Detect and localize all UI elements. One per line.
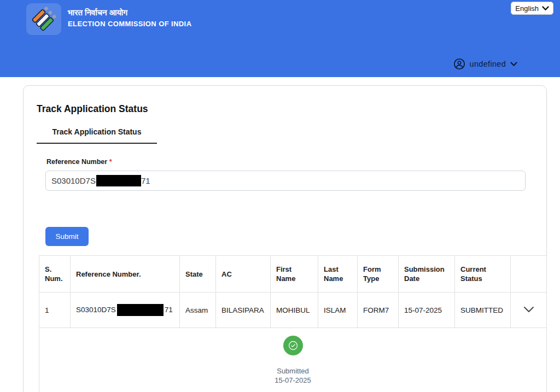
chevron-down-icon: [542, 6, 549, 11]
page-title: Track Application Status: [37, 103, 533, 115]
brand-text: भारत निर्वाचन आयोग ELECTION COMMISSION O…: [68, 3, 191, 30]
status-step-date: 15-07-2025: [45, 376, 541, 385]
brand: भारत निर्वाचन आयोग ELECTION COMMISSION O…: [26, 3, 191, 35]
cell-ac: BILASIPARA: [216, 292, 271, 328]
language-selector[interactable]: English: [511, 2, 553, 15]
reference-value-suffix: 71: [141, 176, 150, 185]
redaction-box: [96, 175, 141, 186]
column-header-state: State: [180, 256, 216, 292]
track-status-card: Track Application Status Track Applicati…: [23, 85, 547, 392]
status-step-label: Submitted 15-07-2025: [45, 366, 541, 385]
user-menu[interactable]: undefined: [453, 58, 517, 70]
required-asterisk: *: [109, 158, 112, 166]
expanded-status-row: Submitted 15-07-2025: [39, 328, 547, 392]
cell-state: Assam: [180, 292, 216, 328]
column-header-current-status: Current Status: [455, 256, 511, 292]
application-status-table: S. Num. Reference Number. State AC First…: [39, 255, 547, 392]
reference-value-prefix: S03010D7S: [51, 176, 96, 185]
brand-title-hindi: भारत निर्वाचन आयोग: [68, 7, 191, 19]
check-circle-icon: [283, 336, 303, 355]
table-row: 1 S03010D7S71 Assam BILASIPARA MOHIBUL I…: [39, 292, 547, 328]
cell-submission-date: 15-07-2025: [399, 292, 455, 328]
submit-button[interactable]: Submit: [45, 227, 89, 246]
brand-title-english: ELECTION COMMISSION OF INDIA: [68, 19, 191, 30]
column-header-last-name: Last Name: [318, 256, 358, 292]
eci-logo-icon: [26, 3, 61, 35]
language-selector-label: English: [515, 4, 539, 13]
column-header-ac: AC: [216, 256, 271, 292]
cell-form-type: FORM7: [358, 292, 399, 328]
cell-reference-number: S03010D7S71: [71, 292, 180, 328]
chevron-down-icon: [523, 306, 534, 313]
column-header-first-name: First Name: [271, 256, 318, 292]
redaction-box: [117, 304, 164, 316]
status-timeline: Submitted 15-07-2025: [39, 328, 547, 392]
tabs: Track Application Status: [37, 127, 533, 144]
cell-last-name: ISLAM: [318, 292, 358, 328]
tab-track-application-status[interactable]: Track Application Status: [37, 127, 157, 144]
row-expand-toggle[interactable]: [511, 292, 547, 328]
column-header-submission-date: Submission Date: [399, 256, 455, 292]
person-circle-icon: [453, 58, 465, 70]
cell-current-status: SUBMITTED: [455, 292, 511, 328]
user-menu-label: undefined: [470, 60, 506, 68]
column-header-s-num: S. Num.: [39, 256, 71, 292]
column-header-expand: [511, 256, 547, 292]
column-header-reference-number: Reference Number.: [71, 256, 180, 292]
cell-first-name: MOHIBUL: [271, 292, 318, 328]
cell-s-num: 1: [39, 292, 71, 328]
app-header: भारत निर्वाचन आयोग ELECTION COMMISSION O…: [0, 0, 560, 77]
table-header-row: S. Num. Reference Number. State AC First…: [39, 256, 547, 292]
column-header-form-type: Form Type: [358, 256, 399, 292]
reference-number-input[interactable]: S03010D7S71: [45, 171, 526, 191]
chevron-down-icon: [510, 62, 517, 67]
reference-number-label: Reference Number *: [46, 158, 533, 166]
